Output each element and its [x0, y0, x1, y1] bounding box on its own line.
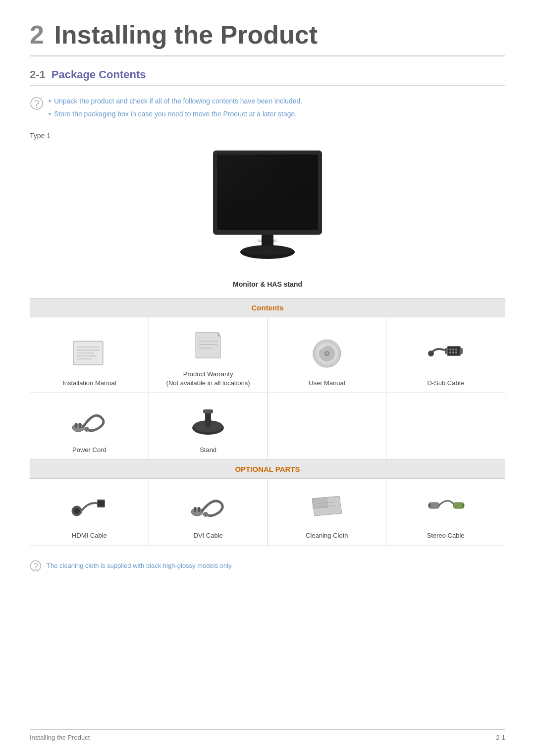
- table-row-optional: HDMI Cable DVI Cable: [30, 479, 505, 546]
- dsub-cable-image: [390, 331, 501, 376]
- user-manual-image: [272, 331, 382, 376]
- svg-point-50: [191, 508, 203, 516]
- svg-point-33: [452, 352, 454, 353]
- svg-rect-61: [462, 504, 464, 507]
- footer-right: 2-1: [496, 734, 505, 741]
- note-icon: [30, 97, 44, 110]
- svg-point-30: [452, 349, 454, 351]
- chapter-title: Installing the Product: [54, 20, 318, 49]
- dvi-cable-image: [153, 484, 264, 528]
- monitor-svg: SAMSUNG: [188, 146, 347, 274]
- svg-point-34: [455, 352, 457, 353]
- stereo-cable-image: [390, 484, 501, 528]
- table-cell-stereo-cable: Stereo Cable: [386, 479, 505, 546]
- svg-rect-52: [198, 507, 200, 512]
- section-header: 2-1 Package Contents: [30, 68, 505, 86]
- svg-rect-44: [205, 411, 211, 427]
- dvi-cable-label: DVI Cable: [153, 531, 264, 540]
- stereo-cable-label: Stereo Cable: [390, 531, 501, 540]
- user-manual-label: User Manual: [272, 379, 382, 388]
- table-row: Installation Manual Product Warranty(Not…: [30, 317, 505, 393]
- svg-point-31: [455, 349, 457, 351]
- svg-marker-17: [218, 332, 220, 336]
- table-cell-dvi: DVI Cable: [149, 479, 268, 546]
- svg-point-1: [36, 107, 37, 108]
- svg-rect-51: [194, 507, 196, 512]
- contents-table: Contents Installation: [30, 298, 505, 546]
- svg-point-63: [35, 568, 36, 569]
- svg-point-47: [74, 508, 80, 514]
- hdmi-cable-label: HDMI Cable: [34, 531, 145, 540]
- hdmi-cable-image: [34, 484, 145, 528]
- svg-point-53: [203, 512, 208, 517]
- svg-point-25: [325, 352, 328, 355]
- table-cell-stand: Stand: [149, 393, 268, 460]
- section-number: 2-1: [30, 68, 46, 81]
- type-label: Type 1: [30, 132, 505, 140]
- table-row: Power Cord Stand: [30, 393, 505, 460]
- installation-manual-image: [34, 331, 145, 376]
- table-cell-dsub-cable: D-Sub Cable: [386, 317, 505, 393]
- svg-point-29: [449, 349, 451, 351]
- footer-note-text: The cleaning cloth is supplied with blac…: [47, 562, 233, 569]
- power-cord-image: [34, 398, 145, 443]
- notes-text: • Unpack the product and check if all of…: [49, 96, 302, 122]
- section-title: Package Contents: [52, 68, 146, 81]
- stand-image: [153, 398, 264, 443]
- svg-rect-45: [203, 409, 213, 413]
- optional-parts-header: OPTIONAL PARTS: [30, 460, 505, 479]
- footer-left: Installing the Product: [30, 734, 90, 741]
- footer-note-icon: [30, 560, 42, 572]
- product-warranty-image: [153, 322, 264, 367]
- svg-rect-39: [75, 423, 77, 428]
- svg-rect-28: [448, 347, 460, 355]
- table-cell-product-warranty: Product Warranty(Not available in all lo…: [149, 317, 268, 393]
- product-warranty-label: Product Warranty(Not available in all lo…: [153, 370, 264, 388]
- svg-rect-49: [98, 501, 104, 506]
- svg-marker-16: [196, 332, 220, 358]
- contents-header: Contents: [30, 298, 505, 317]
- optional-parts-header-row: OPTIONAL PARTS: [30, 460, 505, 479]
- svg-point-8: [242, 246, 293, 255]
- svg-point-37: [428, 351, 434, 356]
- chapter-number: 2: [30, 20, 44, 49]
- monitor-image: SAMSUNG: [30, 146, 505, 276]
- table-cell-installation-manual: Installation Manual: [30, 317, 149, 393]
- table-cell-empty1: [268, 393, 386, 460]
- table-cell-empty2: [386, 393, 505, 460]
- svg-point-38: [72, 424, 84, 432]
- table-cell-power-cord: Power Cord: [30, 393, 149, 460]
- svg-point-32: [449, 352, 451, 353]
- svg-rect-59: [428, 504, 430, 507]
- svg-rect-4: [217, 154, 318, 230]
- cleaning-cloth-image: [272, 484, 382, 528]
- power-cord-label: Power Cord: [34, 446, 145, 454]
- table-cell-hdmi: HDMI Cable: [30, 479, 149, 546]
- stand-label: Stand: [153, 446, 264, 454]
- footer-note: The cleaning cloth is supplied with blac…: [30, 560, 505, 572]
- monitor-caption: Monitor & HAS stand: [30, 280, 505, 288]
- installation-manual-label: Installation Manual: [34, 379, 145, 388]
- chapter-header: 2 Installing the Product: [30, 20, 505, 56]
- page-footer: Installing the Product 2-1: [30, 729, 505, 741]
- notes-block: • Unpack the product and check if all of…: [30, 96, 505, 122]
- cleaning-cloth-label: Cleaning Cloth: [272, 531, 382, 540]
- table-cell-cleaning-cloth: Cleaning Cloth: [268, 479, 386, 546]
- svg-point-41: [84, 427, 89, 432]
- svg-rect-40: [79, 423, 81, 428]
- svg-rect-36: [460, 348, 463, 354]
- table-cell-user-manual: User Manual: [268, 317, 386, 393]
- dsub-cable-label: D-Sub Cable: [390, 379, 501, 388]
